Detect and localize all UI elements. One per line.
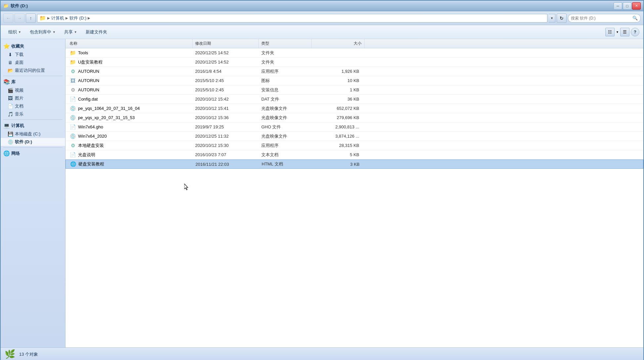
file-icon: ⚙: [69, 68, 76, 75]
file-cell-date: 2020/10/12 15:36: [193, 115, 259, 120]
sidebar-item-drive-c[interactable]: 💾 本地磁盘 (C:): [1, 130, 65, 138]
table-row[interactable]: 💿 pe_yqs_xp_20_07_31_15_53 2020/10/12 15…: [65, 113, 643, 122]
file-cell-size: 652,072 KB: [312, 106, 365, 111]
file-icon: ⚙: [69, 87, 76, 93]
file-name: Tools: [78, 50, 88, 55]
titlebar-title: 软件 (D:): [11, 3, 28, 9]
col-header-name[interactable]: 名称: [67, 39, 193, 48]
network-icon: 🌐: [3, 150, 10, 157]
downloads-icon: ⬇: [7, 52, 13, 58]
picture-icon: 🖼: [7, 95, 13, 101]
minimize-button[interactable]: ─: [614, 2, 622, 10]
sidebar-item-video[interactable]: 🎬 视频: [1, 86, 65, 94]
sidebar-section-computer: 💻 计算机 💾 本地磁盘 (C:) 💿 软件 (D:): [1, 121, 65, 146]
file-name: AUTORUN: [78, 69, 99, 74]
details-view-button[interactable]: ☰: [620, 28, 629, 36]
include-library-button[interactable]: 包含到库中 ▼: [26, 27, 59, 37]
sidebar-item-recent[interactable]: 📂 最近访问的位置: [1, 67, 65, 74]
help-button[interactable]: ?: [631, 28, 639, 36]
file-cell-name: 📄 Config.dat: [67, 96, 193, 103]
music-label: 音乐: [15, 111, 23, 117]
file-cell-size: 36 KB: [312, 97, 365, 102]
sidebar-item-doc[interactable]: 📄 文档: [1, 102, 65, 110]
drive-c-label: 本地磁盘 (C:): [15, 131, 40, 137]
organize-button[interactable]: 组织 ▼: [5, 27, 25, 37]
file-cell-type: HTML 文档: [259, 161, 312, 167]
file-cell-name: ⚙ AUTORUN: [67, 87, 193, 93]
search-icon[interactable]: 🔍: [632, 16, 638, 21]
col-header-size[interactable]: 大小: [312, 39, 365, 48]
table-row[interactable]: 🖼 AUTORUN 2015/5/10 2:45 图标 10 KB: [65, 76, 643, 85]
file-cell-size: 3,874,126 ...: [312, 134, 365, 139]
sidebar-section-library-header[interactable]: 📚 库: [1, 77, 65, 86]
file-icon: 💿: [69, 133, 76, 140]
new-folder-button[interactable]: 新建文件夹: [82, 27, 111, 37]
file-cell-type: DAT 文件: [259, 96, 312, 102]
file-cell-name: 💿 pe_yqs_1064_20_07_31_16_04: [67, 105, 193, 112]
sidebar-section-computer-header[interactable]: 💻 计算机: [1, 121, 65, 130]
titlebar-buttons: ─ □ ✕: [614, 2, 641, 10]
col-header-date[interactable]: 修改日期: [193, 39, 259, 48]
maximize-button[interactable]: □: [623, 2, 631, 10]
file-cell-date: 2020/12/25 14:52: [193, 50, 259, 55]
file-icon: 💿: [69, 114, 76, 121]
picture-label: 图片: [15, 95, 23, 101]
file-cell-size: 5 KB: [312, 152, 365, 157]
table-row[interactable]: 💿 pe_yqs_1064_20_07_31_16_04 2020/10/12 …: [65, 104, 643, 113]
up-button[interactable]: ↑: [26, 14, 36, 23]
address-path[interactable]: 📁 ▶ 计算机 ▶ 软件 (D:) ▶: [37, 14, 547, 22]
computer-label: 计算机: [11, 123, 24, 129]
table-row[interactable]: 📄 Config.dat 2020/10/12 15:42 DAT 文件 36 …: [65, 95, 643, 104]
file-icon: 📁: [69, 59, 76, 66]
refresh-button[interactable]: ↻: [557, 14, 567, 23]
table-row[interactable]: 📄 光盘说明 2016/10/23 7:07 文本文档 5 KB: [65, 150, 643, 159]
table-row[interactable]: ⚙ AUTORUN 2016/1/8 4:54 应用程序 1,926 KB: [65, 67, 643, 76]
sidebar-item-picture[interactable]: 🖼 图片: [1, 94, 65, 102]
search-box: 🔍: [568, 14, 641, 22]
file-cell-size: 2,900,813 ...: [312, 124, 365, 129]
breadcrumb-drive[interactable]: 软件 (D:): [69, 15, 86, 21]
doc-label: 文档: [15, 103, 23, 109]
col-header-type[interactable]: 类型: [259, 39, 312, 48]
file-cell-type: 文件夹: [259, 50, 312, 56]
address-dropdown[interactable]: ▼: [549, 14, 555, 22]
file-cell-date: 2016/10/23 7:07: [193, 152, 259, 157]
file-cell-name: 📁 Tools: [67, 50, 193, 56]
window: 📁 软件 (D:) ─ □ ✕ ← → ↑ 📁 ▶ 计算机 ▶ 软件 (D:) …: [0, 0, 644, 360]
file-cell-size: 1 KB: [312, 87, 365, 92]
table-row[interactable]: 🌐 硬盘安装教程 2016/11/21 22:03 HTML 文档 3 KB: [65, 159, 643, 169]
close-button[interactable]: ✕: [632, 2, 641, 10]
table-row[interactable]: 💿 Win7x64_2020 2020/12/25 11:32 光盘映像文件 3…: [65, 132, 643, 141]
sidebar-item-desktop[interactable]: 🖥 桌面: [1, 59, 65, 67]
file-name: 光盘说明: [78, 152, 95, 158]
back-button[interactable]: ←: [3, 14, 13, 23]
file-cell-name: 🌐 硬盘安装教程: [67, 161, 193, 167]
include-library-label: 包含到库中: [30, 29, 51, 35]
sidebar-item-music[interactable]: 🎵 音乐: [1, 110, 65, 118]
forward-button[interactable]: →: [15, 14, 24, 23]
titlebar: 📁 软件 (D:) ─ □ ✕: [1, 1, 643, 11]
file-icon: 📁: [69, 50, 76, 56]
sidebar-divider-2: [3, 119, 63, 120]
view-button[interactable]: ☷: [605, 28, 615, 36]
share-button[interactable]: 共享 ▼: [61, 27, 81, 37]
sidebar-item-drive-d[interactable]: 💿 软件 (D:): [1, 138, 65, 146]
breadcrumb-computer[interactable]: 计算机: [51, 15, 64, 21]
sidebar-item-downloads[interactable]: ⬇ 下载: [1, 51, 65, 59]
file-cell-size: 10 KB: [312, 78, 365, 83]
filelist: 名称 修改日期 类型 大小 📁 Tools 2020/12/25 14:52 文…: [65, 39, 643, 347]
table-row[interactable]: 📄 Win7x64.gho 2019/9/7 19:25 GHO 文件 2,90…: [65, 122, 643, 132]
sidebar-section-favorites-header[interactable]: ⭐ 收藏夹: [1, 42, 65, 51]
table-row[interactable]: ⚙ AUTORUN 2015/5/10 2:45 安装信息 1 KB: [65, 85, 643, 95]
view-arrow[interactable]: ▼: [616, 30, 619, 34]
file-name: pe_yqs_1064_20_07_31_16_04: [78, 106, 140, 111]
titlebar-icon: 📁: [3, 3, 9, 8]
search-input[interactable]: [571, 16, 631, 21]
sidebar-section-network-header[interactable]: 🌐 网络: [1, 149, 65, 158]
music-icon: 🎵: [7, 111, 13, 117]
table-row[interactable]: ⚙ 本地硬盘安装 2020/10/12 15:30 应用程序 28,315 KB: [65, 141, 643, 150]
recent-icon: 📂: [7, 68, 13, 73]
file-name: AUTORUN: [78, 87, 99, 92]
table-row[interactable]: 📁 U盘安装教程 2020/12/25 14:52 文件夹: [65, 58, 643, 67]
table-row[interactable]: 📁 Tools 2020/12/25 14:52 文件夹: [65, 48, 643, 58]
